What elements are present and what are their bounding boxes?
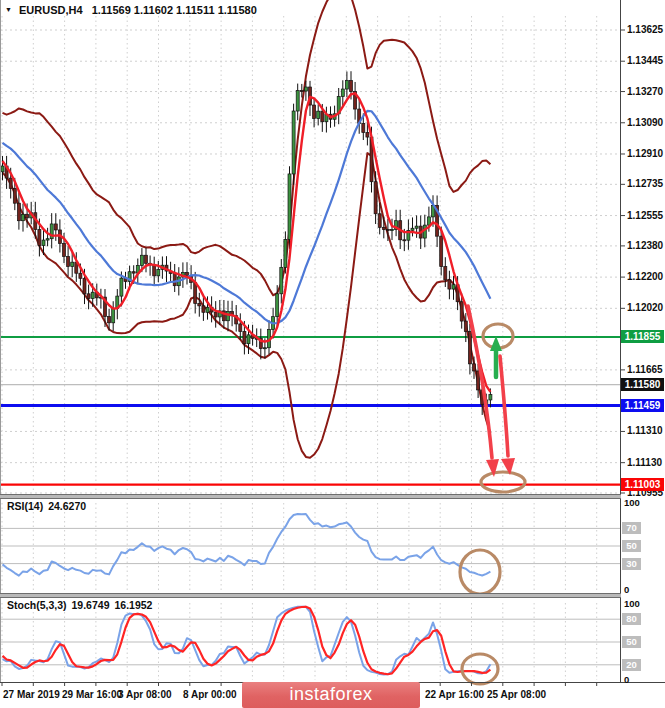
panel-splitter-rsi-stoch[interactable]: [0, 593, 621, 598]
price-level-badge-support: 1.11459: [621, 399, 664, 412]
y-axis-tick-label: 1.11665: [627, 364, 663, 375]
ohlc-quotes-label: 1.11569 1.11602 1.11511 1.11580: [92, 4, 257, 16]
rsi-level-badge: 50: [622, 540, 641, 552]
stoch-level-badge: 20: [622, 659, 641, 671]
x-axis-date-label: 27 Mar 2019: [3, 689, 60, 700]
chart-title: ▼ EURUSD,H4 1.11569 1.11602 1.11511 1.11…: [5, 4, 257, 16]
rsi-level-badge: 30: [622, 558, 641, 570]
rsi-indicator-label: RSI(14)24.6270: [7, 500, 91, 512]
y-axis-tick-label: 1.11130: [627, 457, 662, 468]
panel-splitter-main-rsi[interactable]: [0, 494, 621, 499]
price-level-badge-resistance: 1.11855: [621, 330, 664, 343]
y-axis-tick-label: 1.12020: [627, 302, 663, 313]
rsi-level-badge: 70: [622, 522, 641, 534]
x-axis-date-label: 3 Apr 08:00: [118, 689, 172, 700]
y-axis-tick-label: 1.11310: [627, 425, 663, 436]
stoch-level-badge: 50: [622, 636, 641, 648]
mt4-chart-window: ▼ EURUSD,H4 1.11569 1.11602 1.11511 1.11…: [0, 0, 665, 708]
stoch-name: Stoch(5,3,3): [7, 599, 67, 611]
up-arrowhead: [490, 336, 502, 351]
rsi-scale-top: 100: [624, 497, 640, 508]
y-axis-tick-label: 1.13090: [627, 117, 663, 128]
highlight-circle: [462, 654, 498, 684]
price-level-badge-target: 1.11003: [621, 478, 664, 491]
rsi-scale-bottom: 0: [624, 584, 629, 595]
y-axis-tick-label: 1.12735: [627, 178, 663, 189]
stoch-scale-bottom: 0: [624, 674, 629, 685]
x-axis-date-label: 29 Mar 16:00: [62, 689, 122, 700]
y-axis-tick-label: 1.13445: [627, 55, 663, 66]
y-axis-tick-label: 1.13625: [627, 24, 663, 35]
y-axis-tick-label: 1.12555: [627, 210, 663, 221]
rsi-value: 24.6270: [48, 500, 86, 512]
stoch-scale-top: 100: [624, 598, 640, 609]
highlight-circle: [460, 550, 500, 594]
y-axis-tick-label: 1.13270: [627, 86, 663, 97]
instaforex-watermark: instaforex: [242, 682, 420, 708]
symbol-dropdown-icon[interactable]: ▼: [5, 6, 12, 13]
x-axis-date-label: 8 Apr 00:00: [183, 689, 237, 700]
stoch-k-value: 19.6749: [72, 599, 110, 611]
x-axis-date-label: 22 Apr 16:00: [425, 689, 484, 700]
stoch-d-value: 16.1952: [114, 599, 152, 611]
symbol-timeframe-label: EURUSD,H4: [19, 4, 83, 16]
stoch-indicator-label: Stoch(5,3,3)19.674916.1952: [7, 599, 157, 611]
y-axis-tick-label: 1.12200: [627, 271, 663, 282]
x-axis-date-label: 25 Apr 08:00: [487, 689, 546, 700]
y-axis-tick-label: 1.12910: [627, 148, 663, 159]
stoch-level-badge: 80: [622, 613, 641, 625]
price-level-badge-current-bid: 1.11580: [621, 378, 664, 391]
y-axis-tick-label: 1.12380: [627, 240, 663, 251]
rsi-name: RSI(14): [7, 500, 43, 512]
